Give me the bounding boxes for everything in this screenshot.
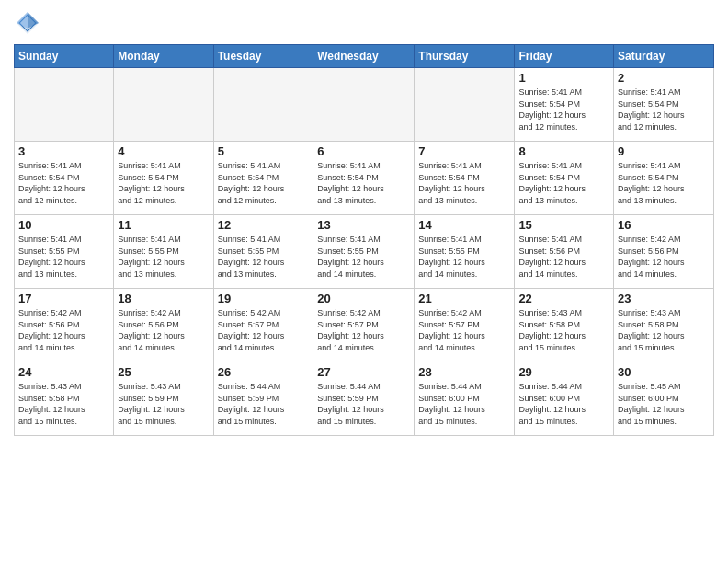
calendar-week-4: 17Sunrise: 5:42 AM Sunset: 5:56 PM Dayli… <box>15 289 714 362</box>
day-info: Sunrise: 5:41 AM Sunset: 5:55 PM Dayligh… <box>418 234 510 280</box>
calendar-cell: 21Sunrise: 5:42 AM Sunset: 5:57 PM Dayli… <box>415 289 515 362</box>
day-info: Sunrise: 5:42 AM Sunset: 5:56 PM Dayligh… <box>18 307 109 353</box>
day-number: 15 <box>518 218 609 232</box>
calendar-cell: 2Sunrise: 5:41 AM Sunset: 5:54 PM Daylig… <box>614 68 714 142</box>
day-info: Sunrise: 5:41 AM Sunset: 5:55 PM Dayligh… <box>218 234 310 280</box>
day-number: 11 <box>118 218 209 232</box>
calendar-cell: 28Sunrise: 5:44 AM Sunset: 6:00 PM Dayli… <box>415 362 515 436</box>
day-number: 1 <box>518 71 609 85</box>
calendar-cell <box>415 68 515 142</box>
day-info: Sunrise: 5:41 AM Sunset: 5:54 PM Dayligh… <box>518 86 609 132</box>
day-number: 24 <box>18 365 109 379</box>
day-info: Sunrise: 5:41 AM Sunset: 5:54 PM Dayligh… <box>218 160 310 206</box>
day-info: Sunrise: 5:42 AM Sunset: 5:56 PM Dayligh… <box>118 307 209 353</box>
calendar-cell: 4Sunrise: 5:41 AM Sunset: 5:54 PM Daylig… <box>114 142 213 215</box>
day-info: Sunrise: 5:44 AM Sunset: 6:00 PM Dayligh… <box>518 381 609 427</box>
calendar-cell: 8Sunrise: 5:41 AM Sunset: 5:54 PM Daylig… <box>515 142 614 215</box>
calendar-cell: 5Sunrise: 5:41 AM Sunset: 5:54 PM Daylig… <box>213 142 313 215</box>
calendar-week-5: 24Sunrise: 5:43 AM Sunset: 5:58 PM Dayli… <box>15 362 714 436</box>
day-number: 10 <box>18 218 109 232</box>
calendar-cell: 30Sunrise: 5:45 AM Sunset: 6:00 PM Dayli… <box>614 362 714 436</box>
col-header-wednesday: Wednesday <box>313 45 415 68</box>
day-number: 4 <box>118 144 209 158</box>
calendar-cell: 15Sunrise: 5:41 AM Sunset: 5:56 PM Dayli… <box>515 215 614 289</box>
day-info: Sunrise: 5:44 AM Sunset: 5:59 PM Dayligh… <box>317 381 410 427</box>
calendar-cell: 23Sunrise: 5:43 AM Sunset: 5:58 PM Dayli… <box>614 289 714 362</box>
day-info: Sunrise: 5:41 AM Sunset: 5:55 PM Dayligh… <box>317 234 410 280</box>
day-number: 8 <box>518 144 609 158</box>
calendar-cell: 19Sunrise: 5:42 AM Sunset: 5:57 PM Dayli… <box>213 289 313 362</box>
day-number: 22 <box>518 292 609 305</box>
day-info: Sunrise: 5:41 AM Sunset: 5:54 PM Dayligh… <box>418 160 510 206</box>
day-number: 28 <box>418 365 510 379</box>
calendar-header-row: SundayMondayTuesdayWednesdayThursdayFrid… <box>15 45 714 68</box>
day-number: 16 <box>618 218 710 232</box>
day-number: 5 <box>218 144 310 158</box>
logo-icon <box>14 9 41 37</box>
calendar-cell: 1Sunrise: 5:41 AM Sunset: 5:54 PM Daylig… <box>515 68 614 142</box>
calendar-cell: 26Sunrise: 5:44 AM Sunset: 5:59 PM Dayli… <box>213 362 313 436</box>
day-number: 25 <box>118 365 209 379</box>
calendar-cell: 14Sunrise: 5:41 AM Sunset: 5:55 PM Dayli… <box>415 215 515 289</box>
col-header-thursday: Thursday <box>415 45 515 68</box>
calendar-cell: 17Sunrise: 5:42 AM Sunset: 5:56 PM Dayli… <box>15 289 114 362</box>
calendar-cell: 18Sunrise: 5:42 AM Sunset: 5:56 PM Dayli… <box>114 289 213 362</box>
col-header-monday: Monday <box>114 45 213 68</box>
calendar-week-3: 10Sunrise: 5:41 AM Sunset: 5:55 PM Dayli… <box>15 215 714 289</box>
day-info: Sunrise: 5:43 AM Sunset: 5:58 PM Dayligh… <box>518 307 609 353</box>
day-info: Sunrise: 5:45 AM Sunset: 6:00 PM Dayligh… <box>618 381 710 427</box>
day-number: 7 <box>418 144 510 158</box>
calendar-cell <box>313 68 415 142</box>
day-number: 23 <box>618 292 710 305</box>
day-number: 9 <box>618 144 710 158</box>
day-number: 29 <box>518 365 609 379</box>
col-header-friday: Friday <box>515 45 614 68</box>
day-number: 13 <box>317 218 410 232</box>
calendar-week-1: 1Sunrise: 5:41 AM Sunset: 5:54 PM Daylig… <box>15 68 714 142</box>
calendar-cell <box>15 68 114 142</box>
day-info: Sunrise: 5:41 AM Sunset: 5:54 PM Dayligh… <box>18 160 109 206</box>
day-info: Sunrise: 5:42 AM Sunset: 5:56 PM Dayligh… <box>618 234 710 280</box>
day-number: 30 <box>618 365 710 379</box>
calendar-cell: 29Sunrise: 5:44 AM Sunset: 6:00 PM Dayli… <box>515 362 614 436</box>
day-number: 14 <box>418 218 510 232</box>
day-info: Sunrise: 5:43 AM Sunset: 5:59 PM Dayligh… <box>118 381 209 427</box>
day-info: Sunrise: 5:41 AM Sunset: 5:55 PM Dayligh… <box>18 234 109 280</box>
calendar-cell: 22Sunrise: 5:43 AM Sunset: 5:58 PM Dayli… <box>515 289 614 362</box>
day-info: Sunrise: 5:41 AM Sunset: 5:54 PM Dayligh… <box>618 160 710 206</box>
day-info: Sunrise: 5:43 AM Sunset: 5:58 PM Dayligh… <box>18 381 109 427</box>
header <box>14 9 714 37</box>
day-info: Sunrise: 5:41 AM Sunset: 5:55 PM Dayligh… <box>118 234 209 280</box>
col-header-sunday: Sunday <box>15 45 114 68</box>
calendar-cell: 7Sunrise: 5:41 AM Sunset: 5:54 PM Daylig… <box>415 142 515 215</box>
day-number: 20 <box>317 292 410 305</box>
day-info: Sunrise: 5:41 AM Sunset: 5:54 PM Dayligh… <box>118 160 209 206</box>
day-number: 19 <box>218 292 310 305</box>
day-info: Sunrise: 5:44 AM Sunset: 5:59 PM Dayligh… <box>218 381 310 427</box>
calendar-cell: 6Sunrise: 5:41 AM Sunset: 5:54 PM Daylig… <box>313 142 415 215</box>
calendar-week-2: 3Sunrise: 5:41 AM Sunset: 5:54 PM Daylig… <box>15 142 714 215</box>
day-info: Sunrise: 5:41 AM Sunset: 5:54 PM Dayligh… <box>317 160 410 206</box>
day-number: 21 <box>418 292 510 305</box>
day-number: 2 <box>618 71 710 85</box>
day-info: Sunrise: 5:42 AM Sunset: 5:57 PM Dayligh… <box>317 307 410 353</box>
calendar-cell: 13Sunrise: 5:41 AM Sunset: 5:55 PM Dayli… <box>313 215 415 289</box>
calendar-cell: 3Sunrise: 5:41 AM Sunset: 5:54 PM Daylig… <box>15 142 114 215</box>
calendar-cell: 16Sunrise: 5:42 AM Sunset: 5:56 PM Dayli… <box>614 215 714 289</box>
calendar-cell: 24Sunrise: 5:43 AM Sunset: 5:58 PM Dayli… <box>15 362 114 436</box>
calendar-cell <box>213 68 313 142</box>
day-number: 6 <box>317 144 410 158</box>
calendar-cell: 12Sunrise: 5:41 AM Sunset: 5:55 PM Dayli… <box>213 215 313 289</box>
day-number: 12 <box>218 218 310 232</box>
day-info: Sunrise: 5:41 AM Sunset: 5:54 PM Dayligh… <box>618 86 710 132</box>
day-info: Sunrise: 5:41 AM Sunset: 5:56 PM Dayligh… <box>518 234 609 280</box>
day-number: 3 <box>18 144 109 158</box>
day-number: 18 <box>118 292 209 305</box>
col-header-tuesday: Tuesday <box>213 45 313 68</box>
calendar-cell: 27Sunrise: 5:44 AM Sunset: 5:59 PM Dayli… <box>313 362 415 436</box>
day-info: Sunrise: 5:44 AM Sunset: 6:00 PM Dayligh… <box>418 381 510 427</box>
calendar-cell: 20Sunrise: 5:42 AM Sunset: 5:57 PM Dayli… <box>313 289 415 362</box>
calendar-cell <box>114 68 213 142</box>
calendar-table: SundayMondayTuesdayWednesdayThursdayFrid… <box>14 44 714 436</box>
day-info: Sunrise: 5:43 AM Sunset: 5:58 PM Dayligh… <box>618 307 710 353</box>
